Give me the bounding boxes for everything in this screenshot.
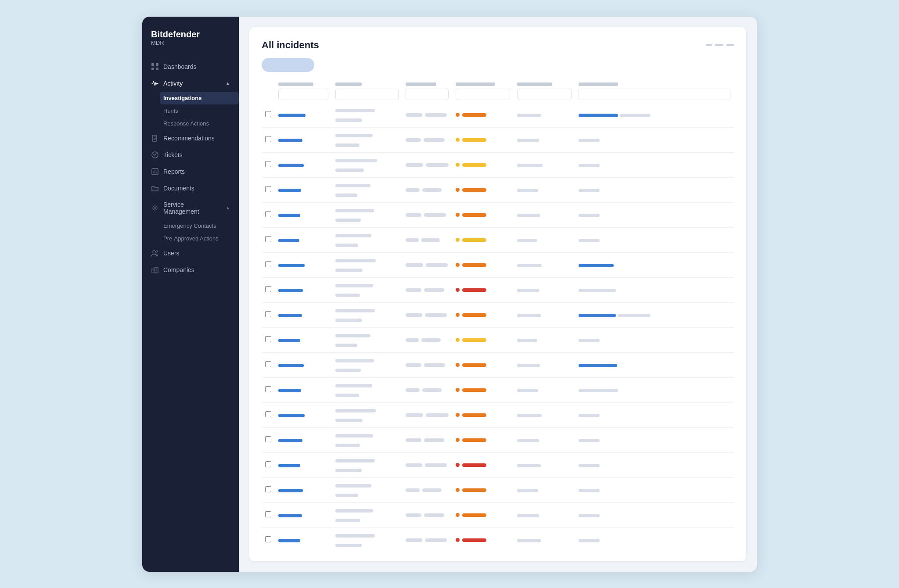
th-col1-input[interactable] <box>278 89 328 100</box>
row-checkbox[interactable] <box>265 411 271 417</box>
table-body <box>262 103 734 552</box>
row-checkbox[interactable] <box>265 311 271 317</box>
svg-rect-17 <box>155 267 158 273</box>
sidebar-item-dashboards[interactable]: Dashboards <box>142 58 239 75</box>
row-subtitle-bar <box>335 369 361 372</box>
row-checkbox[interactable] <box>265 261 271 267</box>
row-checkbox[interactable] <box>265 486 271 492</box>
row-checkbox[interactable] <box>265 536 271 542</box>
row-id-bar <box>278 364 304 367</box>
row-col3-bar1 <box>406 413 423 417</box>
row-checkbox[interactable] <box>265 161 271 167</box>
row-col2 <box>332 127 402 152</box>
row-checkbox[interactable] <box>265 186 271 192</box>
row-col3-bar1 <box>406 188 420 192</box>
sidebar-item-hunts[interactable]: Hunts <box>163 104 239 117</box>
row-checkbox-cell <box>262 352 275 377</box>
row-col3-bar2 <box>425 463 447 467</box>
row-checkbox[interactable] <box>265 436 271 442</box>
sidebar-item-activity[interactable]: Activity ▲ <box>142 75 239 92</box>
row-col1 <box>275 402 332 427</box>
row-checkbox[interactable] <box>265 336 271 342</box>
th-col6-label <box>579 82 618 86</box>
severity-dot <box>456 538 460 542</box>
row-checkbox[interactable] <box>265 211 271 217</box>
sidebar-item-companies-label: Companies <box>163 266 194 273</box>
sidebar-item-documents[interactable]: Documents <box>142 180 239 197</box>
row-col6 <box>575 427 734 452</box>
sidebar-item-response-actions-label: Response Actions <box>163 120 209 127</box>
severity-bar <box>462 538 486 542</box>
severity-bar <box>462 213 486 217</box>
row-checkbox[interactable] <box>265 111 271 117</box>
sidebar-item-tickets-label: Tickets <box>163 151 183 158</box>
sidebar-item-hunts-label: Hunts <box>163 108 178 114</box>
row-severity <box>452 202 514 227</box>
service-mgmt-chevron: ▲ <box>226 205 230 210</box>
row-col5 <box>514 252 575 277</box>
severity-dot <box>456 363 460 367</box>
row-col1 <box>275 227 332 252</box>
row-col5-bar <box>517 414 542 417</box>
sidebar-item-recommendations[interactable]: Recommendations <box>142 130 239 147</box>
sidebar-item-activity-label: Activity <box>163 80 183 87</box>
sidebar-item-emergency-contacts[interactable]: Emergency Contacts <box>163 219 239 232</box>
sidebar-item-users-label: Users <box>163 250 180 257</box>
severity-dot <box>456 313 460 317</box>
th-col6-input[interactable] <box>579 89 730 100</box>
row-col6-bar <box>579 339 600 342</box>
sidebar-item-users[interactable]: Users <box>142 245 239 262</box>
row-checkbox[interactable] <box>265 361 271 367</box>
row-checkbox[interactable] <box>265 136 271 142</box>
th-col5-input[interactable] <box>517 89 572 100</box>
th-checkbox <box>262 80 275 103</box>
row-col3-bar1 <box>406 163 423 167</box>
sidebar-item-response-actions[interactable]: Response Actions <box>163 117 239 130</box>
sidebar-item-service-management[interactable]: Service Management ▲ <box>142 197 239 219</box>
sidebar-item-companies[interactable]: Companies <box>142 262 239 278</box>
row-severity <box>452 502 514 527</box>
row-checkbox[interactable] <box>265 386 271 392</box>
row-col3-bar2 <box>426 263 448 267</box>
th-col2-input[interactable] <box>335 89 399 100</box>
row-col6 <box>575 302 734 327</box>
sidebar: Bitdefender MDR Dashboards Activity <box>142 17 239 572</box>
sidebar-item-tickets[interactable]: Tickets <box>142 147 239 163</box>
row-id-bar <box>278 514 302 517</box>
row-col3-bar2 <box>421 238 440 242</box>
row-subtitle-bar <box>335 469 362 472</box>
row-col5-bar <box>517 164 543 167</box>
svg-point-13 <box>154 207 156 209</box>
row-col6-blue <box>579 364 617 367</box>
row-id-bar <box>278 164 304 167</box>
filter-pill-active[interactable] <box>262 58 314 72</box>
sidebar-item-investigations[interactable]: Investigations <box>160 92 239 104</box>
severity-dot <box>456 188 460 192</box>
row-col6 <box>575 277 734 302</box>
row-checkbox[interactable] <box>265 511 271 517</box>
th-severity-input[interactable] <box>456 89 510 100</box>
row-col2 <box>332 103 402 128</box>
th-col2-label <box>335 82 362 86</box>
row-checkbox[interactable] <box>265 236 271 242</box>
sidebar-item-emergency-contacts-label: Emergency Contacts <box>163 222 216 229</box>
row-col3-bar2 <box>424 438 444 442</box>
main-content: All incidents <box>239 17 757 572</box>
th-col3-input[interactable] <box>406 89 449 100</box>
row-col1 <box>275 302 332 327</box>
row-checkbox[interactable] <box>265 286 271 292</box>
row-id-bar <box>278 389 301 392</box>
row-checkbox[interactable] <box>265 461 271 467</box>
row-severity <box>452 277 514 302</box>
header-icon-1 <box>706 44 712 46</box>
severity-dot <box>456 163 460 167</box>
severity-dot <box>456 413 460 417</box>
table-row <box>262 127 734 152</box>
th-col5-label <box>517 82 552 86</box>
incidents-table <box>262 80 734 552</box>
sidebar-item-pre-approved-actions[interactable]: Pre-Approved Actions <box>163 232 239 245</box>
row-checkbox-cell <box>262 377 275 402</box>
table-row <box>262 252 734 277</box>
row-col2 <box>332 502 402 527</box>
sidebar-item-reports[interactable]: Reports <box>142 163 239 180</box>
